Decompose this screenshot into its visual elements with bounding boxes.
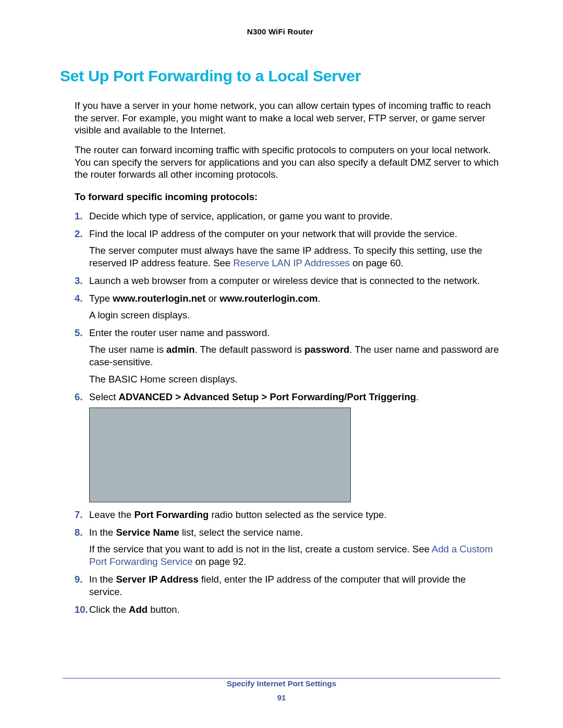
step-8-sub-b: on page 92.: [192, 556, 246, 567]
header-product-title: N300 WiFi Router: [60, 27, 500, 36]
procedure-title: To forward specific incoming protocols:: [75, 191, 500, 203]
step-6-c: .: [416, 391, 419, 402]
step-7-c: radio button selected as the service typ…: [209, 509, 386, 520]
step-8: In the Service Name list, select the ser…: [75, 526, 500, 568]
step-9-b: Server IP Address: [116, 574, 198, 585]
section-heading: Set Up Port Forwarding to a Local Server: [60, 67, 500, 85]
intro-paragraph-2: The router can forward incoming traffic …: [75, 144, 500, 181]
step-5-admin: admin: [166, 344, 194, 355]
step-6: Select ADVANCED > Advanced Setup > Port …: [75, 391, 500, 502]
step-1-text: Decide which type of service, applicatio…: [89, 211, 393, 221]
footer: Specify Internet Port Settings 91: [0, 679, 563, 702]
step-2: Find the local IP address of the compute…: [75, 228, 500, 269]
step-4-end: .: [318, 293, 321, 304]
step-4: Type www.routerlogin.net or www.routerlo…: [75, 292, 500, 322]
step-8-sub-a: If the service that you want to add is n…: [89, 544, 432, 554]
step-10-b: Add: [129, 604, 148, 615]
step-8-c: list, select the service name.: [179, 527, 303, 538]
step-10-a: Click the: [89, 604, 129, 615]
step-1: Decide which type of service, applicatio…: [75, 210, 500, 223]
step-4-a: Type: [89, 293, 113, 304]
step-8-a: In the: [89, 527, 116, 538]
step-6-a: Select: [89, 391, 119, 402]
intro-paragraph-1: If you have a server in your home networ…: [75, 100, 500, 137]
page: N300 WiFi Router Set Up Port Forwarding …: [0, 0, 563, 728]
step-5: Enter the router user name and password.…: [75, 327, 500, 385]
steps-list: Decide which type of service, applicatio…: [75, 210, 500, 616]
step-6-path: ADVANCED > Advanced Setup > Port Forward…: [119, 391, 416, 402]
step-4-url1: www.routerlogin.net: [113, 293, 205, 304]
step-4-mid: or: [205, 293, 219, 304]
step-4-url2: www.routerlogin.com: [219, 293, 317, 304]
step-2-sub: The server computer must always have the…: [89, 244, 500, 269]
step-3: Launch a web browser from a computer or …: [75, 275, 500, 287]
step-7-a: Leave the: [89, 509, 134, 520]
step-2-text: Find the local IP address of the compute…: [89, 228, 457, 239]
step-4-sub: A login screen displays.: [89, 309, 500, 322]
step-10-c: button.: [148, 604, 180, 615]
step-5-text: Enter the router user name and password.: [89, 327, 270, 338]
step-10: Click the Add button.: [75, 603, 500, 616]
step-5-sub1: The user name is admin. The default pass…: [89, 343, 500, 368]
footer-page-number: 91: [0, 693, 563, 702]
step-3-text: Launch a web browser from a computer or …: [89, 275, 480, 286]
step-7: Leave the Port Forwarding radio button s…: [75, 509, 500, 521]
step-2-sub-b: on page 60.: [350, 257, 403, 268]
step-9: In the Server IP Address field, enter th…: [75, 573, 500, 598]
step-5-password: password: [304, 344, 349, 355]
step-5-sub2: The BASIC Home screen displays.: [89, 373, 500, 386]
step-7-b: Port Forwarding: [134, 509, 209, 520]
footer-chapter: Specify Internet Port Settings: [0, 679, 563, 688]
screenshot-placeholder: [89, 408, 351, 502]
step-5-sub1-a: The user name is: [89, 344, 166, 355]
step-5-sub1-c: . The default password is: [195, 344, 304, 355]
footer-rule: [63, 678, 500, 678]
reserve-lan-link[interactable]: Reserve LAN IP Addresses: [233, 257, 350, 268]
step-8-b: Service Name: [116, 527, 179, 538]
step-8-sub: If the service that you want to add is n…: [89, 543, 500, 568]
step-9-a: In the: [89, 574, 116, 585]
